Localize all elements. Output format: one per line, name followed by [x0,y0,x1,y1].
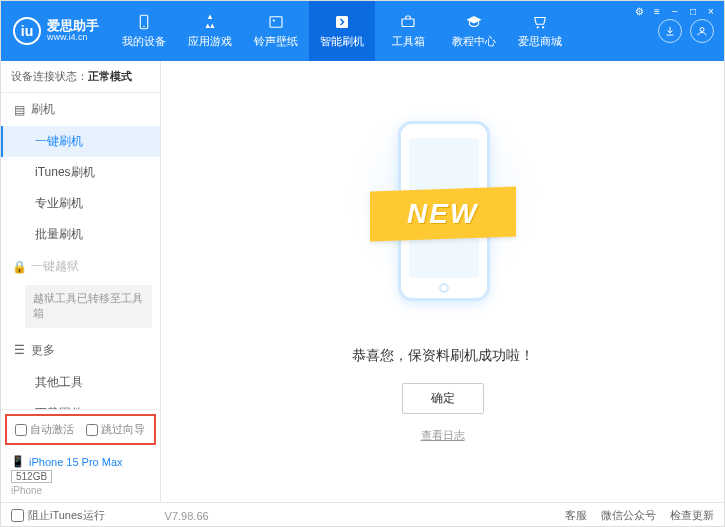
svg-point-8 [700,28,704,32]
svg-point-6 [537,26,539,28]
device-name: 📱 iPhone 15 Pro Max [11,455,150,468]
device-storage: 512GB [11,470,52,483]
ribbon-text: NEW [407,198,478,230]
success-illustration: NEW [378,121,508,331]
sidebar-item-one-key-flash[interactable]: 一键刷机 [1,126,160,157]
sidebar: 设备连接状态：正常模式 ▤刷机 一键刷机 iTunes刷机 专业刷机 批量刷机 … [1,61,161,502]
checkbox-auto-activate[interactable]: 自动激活 [15,422,74,437]
sidebar-menu: ▤刷机 一键刷机 iTunes刷机 专业刷机 批量刷机 🔒一键越狱 越狱工具已转… [1,93,160,409]
svg-point-7 [542,26,544,28]
sidebar-item-batch-flash[interactable]: 批量刷机 [1,219,160,250]
nav-smart-flash[interactable]: 智能刷机 [309,1,375,61]
checkbox-skip-guide[interactable]: 跳过向导 [86,422,145,437]
success-message: 恭喜您，保资料刷机成功啦！ [352,347,534,365]
list-icon: ▤ [13,103,25,117]
minimize-icon[interactable]: − [667,4,683,18]
main-content: NEW 恭喜您，保资料刷机成功啦！ 确定 查看日志 [161,61,724,502]
footer-wechat-link[interactable]: 微信公众号 [601,508,656,523]
nav-label: 工具箱 [392,34,425,49]
svg-rect-4 [336,16,348,28]
nav-label: 铃声壁纸 [254,34,298,49]
flash-options-highlighted: 自动激活 跳过向导 [5,414,156,445]
ok-button[interactable]: 确定 [402,383,484,414]
sidebar-item-itunes-flash[interactable]: iTunes刷机 [1,157,160,188]
close-icon[interactable]: × [703,4,719,18]
user-button[interactable] [690,19,714,43]
maximize-icon[interactable]: □ [685,4,701,18]
sidebar-item-download-fw[interactable]: 下载固件 [1,398,160,409]
nav-ringtones[interactable]: 铃声壁纸 [243,1,309,61]
apps-icon [200,13,220,31]
download-button[interactable] [658,19,682,43]
sidebar-item-pro-flash[interactable]: 专业刷机 [1,188,160,219]
menu-icon[interactable]: ≡ [649,4,665,18]
footer-support-link[interactable]: 客服 [565,508,587,523]
group-jailbreak: 🔒一键越狱 [1,250,160,283]
version-label: V7.98.66 [165,510,209,522]
toolbox-icon [398,13,418,31]
nav-toolbox[interactable]: 工具箱 [375,1,441,61]
lock-icon: 🔒 [13,260,25,274]
phone-icon: 📱 [11,455,25,468]
sidebar-item-other-tools[interactable]: 其他工具 [1,367,160,398]
group-flash[interactable]: ▤刷机 [1,93,160,126]
connection-status: 设备连接状态：正常模式 [1,61,160,93]
status-bar: 阻止iTunes运行 V7.98.66 客服 微信公众号 检查更新 [1,502,724,527]
more-icon: ☰ [13,343,25,357]
nav-store[interactable]: 爱思商城 [507,1,573,61]
svg-point-3 [273,19,275,21]
flash-icon [332,13,352,31]
app-header: ⚙ ≡ − □ × iu 爱思助手 www.i4.cn 我的设备 应用游戏 铃声… [1,1,724,61]
group-more[interactable]: ☰更多 [1,334,160,367]
graduation-icon [464,13,484,31]
settings-icon[interactable]: ⚙ [631,4,647,18]
logo[interactable]: iu 爱思助手 www.i4.cn [1,17,111,45]
nav-label: 智能刷机 [320,34,364,49]
device-info[interactable]: 📱 iPhone 15 Pro Max 512GB iPhone [1,449,160,502]
image-icon [266,13,286,31]
svg-rect-5 [402,19,414,27]
device-type: iPhone [11,485,150,496]
svg-point-1 [143,26,145,28]
nav-label: 应用游戏 [188,34,232,49]
cart-icon [530,13,550,31]
logo-title: 爱思助手 [47,19,99,33]
phone-icon [134,13,154,31]
window-controls: ⚙ ≡ − □ × [631,4,719,18]
logo-url: www.i4.cn [47,33,99,43]
checkbox-block-itunes[interactable]: 阻止iTunes运行 [11,508,105,523]
view-log-link[interactable]: 查看日志 [421,428,465,443]
nav-tutorials[interactable]: 教程中心 [441,1,507,61]
jailbreak-moved-note: 越狱工具已转移至工具箱 [25,285,152,328]
logo-icon: iu [13,17,41,45]
nav-label: 爱思商城 [518,34,562,49]
nav-label: 教程中心 [452,34,496,49]
nav-apps-games[interactable]: 应用游戏 [177,1,243,61]
main-nav: 我的设备 应用游戏 铃声壁纸 智能刷机 工具箱 教程中心 爱思商城 [111,1,658,61]
nav-my-device[interactable]: 我的设备 [111,1,177,61]
footer-update-link[interactable]: 检查更新 [670,508,714,523]
svg-rect-2 [270,17,282,28]
nav-label: 我的设备 [122,34,166,49]
